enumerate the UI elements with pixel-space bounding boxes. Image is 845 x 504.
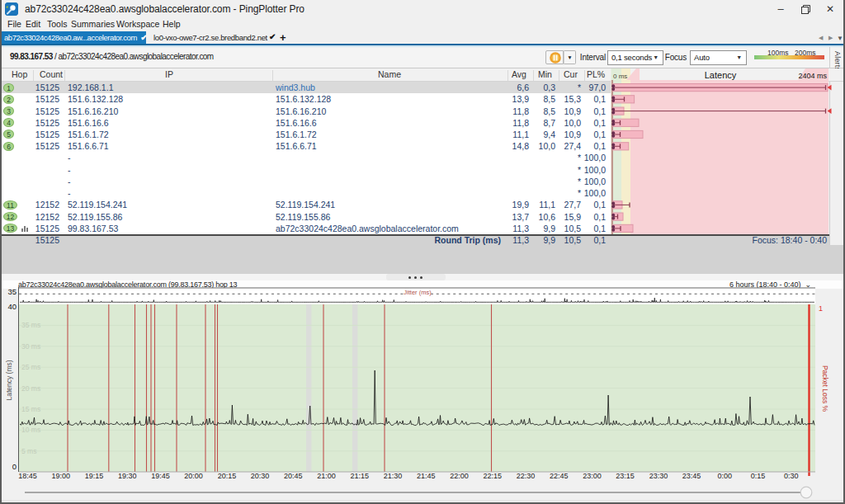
svg-text:Latency (ms): Latency (ms)	[5, 360, 13, 400]
svg-text:20:30: 20:30	[251, 472, 270, 480]
svg-text:0:15: 0:15	[751, 472, 766, 480]
svg-text:35: 35	[7, 287, 17, 296]
svg-text:19:15: 19:15	[85, 472, 104, 480]
svg-text:10 ms: 10 ms	[21, 426, 40, 434]
svg-text:23:15: 23:15	[616, 472, 635, 480]
svg-text:22:45: 22:45	[550, 472, 569, 480]
svg-text:25 ms: 25 ms	[21, 363, 40, 371]
svg-text:23:00: 23:00	[583, 472, 602, 480]
svg-text:20:15: 20:15	[218, 472, 237, 480]
svg-text:5 ms: 5 ms	[21, 447, 36, 455]
svg-text:0:30: 0:30	[784, 472, 799, 480]
svg-text:22:00: 22:00	[450, 472, 469, 480]
svg-text:1: 1	[819, 304, 823, 313]
svg-text:22:30: 22:30	[517, 472, 536, 480]
svg-text:21:00: 21:00	[317, 472, 336, 480]
svg-text:0:00: 0:00	[718, 472, 733, 480]
svg-text:0: 0	[12, 462, 17, 471]
svg-text:19:30: 19:30	[118, 472, 137, 480]
svg-text:21:30: 21:30	[384, 472, 403, 480]
svg-text:15 ms: 15 ms	[21, 405, 40, 413]
svg-text:20 ms: 20 ms	[21, 384, 40, 393]
svg-text:19:45: 19:45	[151, 472, 170, 480]
svg-text:40: 40	[7, 302, 17, 311]
svg-text:20:00: 20:00	[184, 472, 203, 480]
svg-text:21:15: 21:15	[351, 472, 370, 480]
svg-text:20:45: 20:45	[284, 472, 303, 480]
svg-text:Jitter (ms): Jitter (ms)	[404, 289, 432, 296]
svg-text:23:45: 23:45	[682, 472, 701, 480]
svg-text:35 ms: 35 ms	[21, 321, 40, 329]
svg-text:Packet Loss %: Packet Loss %	[821, 365, 829, 412]
svg-text:18:45: 18:45	[18, 472, 37, 480]
svg-text:21:45: 21:45	[417, 472, 436, 480]
svg-text:19:00: 19:00	[51, 472, 70, 480]
svg-text:30 ms: 30 ms	[21, 342, 40, 351]
svg-text:23:30: 23:30	[649, 472, 668, 480]
svg-text:22:15: 22:15	[483, 472, 502, 480]
